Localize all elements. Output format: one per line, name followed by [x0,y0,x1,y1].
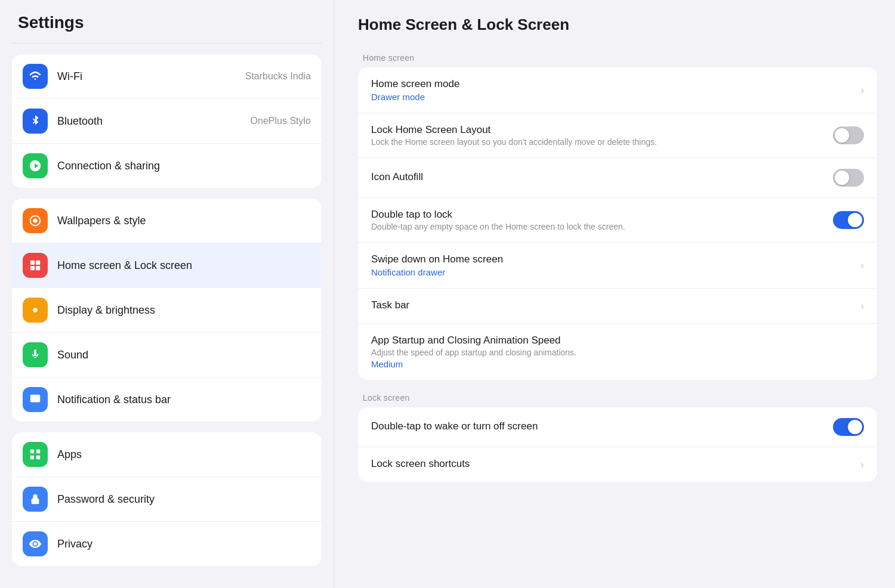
svg-rect-1 [30,261,35,265]
lock-shortcuts-chevron: › [860,459,864,471]
sidebar-item-homescreen[interactable]: Home screen & Lock screen [12,243,322,288]
lock-home-screen-item[interactable]: Lock Home Screen Layout Lock the Home sc… [358,113,877,158]
double-tap-lock-item[interactable]: Double tap to lock Double-tap any empty … [358,198,877,243]
display-label: Display & brightness [57,304,311,317]
apps-group: Apps Password & security Privacy [12,432,322,566]
privacy-label: Privacy [57,538,311,550]
home-screen-mode-chevron: › [860,84,864,97]
app-animation-link: Medium [371,359,864,369]
svg-rect-10 [36,456,40,459]
settings-title: Settings [12,0,322,44]
home-screen-section-label: Home screen [363,53,877,63]
sidebar-item-password[interactable]: Password & security [12,477,322,522]
double-tap-wake-item[interactable]: Double-tap to wake or turn off screen [358,407,877,447]
wallpaper-label: Wallpapers & style [57,215,311,227]
apps-label: Apps [57,448,311,461]
lock-screen-group: Double-tap to wake or turn off screen Lo… [358,407,877,482]
sidebar-item-apps[interactable]: Apps [12,432,322,477]
double-tap-wake-title: Double-tap to wake or turn off screen [371,420,825,432]
right-panel: Home Screen & Lock Screen Home screen Ho… [334,0,895,588]
svg-point-12 [35,500,36,502]
app-animation-item[interactable]: App Startup and Closing Animation Speed … [358,324,877,380]
icon-autofill-title: Icon Autofill [371,171,825,183]
swipe-down-link: Notification drawer [371,267,853,277]
display-group: Wallpapers & style Home screen & Lock sc… [12,199,322,422]
bluetooth-label: Bluetooth [57,115,251,128]
svg-rect-7 [30,450,34,453]
left-panel: Settings Wi-Fi Starbucks India Bluetooth… [0,0,334,588]
display-icon [23,298,48,323]
task-bar-chevron: › [860,300,864,312]
wifi-icon [23,64,48,89]
lock-home-screen-subtitle: Lock the Home screen layout so you don't… [371,137,825,147]
lock-home-screen-title: Lock Home Screen Layout [371,124,825,136]
sidebar-item-notification[interactable]: Notification & status bar [12,377,322,422]
double-tap-wake-content: Double-tap to wake or turn off screen [371,420,825,434]
svg-rect-2 [36,261,40,265]
password-icon [23,487,48,512]
swipe-down-title: Swipe down on Home screen [371,253,853,265]
icon-autofill-item[interactable]: Icon Autofill [358,158,877,198]
sidebar-item-bluetooth[interactable]: Bluetooth OnePlus Stylo [12,99,322,144]
sound-label: Sound [57,349,311,361]
connection-icon [23,153,48,178]
lock-screen-section-label: Lock screen [363,393,877,403]
sound-icon [23,342,48,367]
home-screen-mode-item[interactable]: Home screen mode Drawer mode › [358,67,877,113]
swipe-down-content: Swipe down on Home screen Notification d… [371,253,853,277]
sidebar-item-wallpaper[interactable]: Wallpapers & style [12,199,322,243]
svg-rect-4 [36,266,40,270]
svg-rect-9 [30,456,34,459]
task-bar-item[interactable]: Task bar › [358,289,877,324]
notification-label: Notification & status bar [57,394,311,406]
sidebar-item-privacy[interactable]: Privacy [12,522,322,566]
right-panel-title: Home Screen & Lock Screen [358,0,877,47]
wifi-value: Starbucks India [245,71,311,82]
app-animation-title: App Startup and Closing Animation Speed [371,335,864,346]
svg-point-5 [33,308,37,312]
app-animation-content: App Startup and Closing Animation Speed … [371,335,864,369]
double-tap-lock-title: Double tap to lock [371,209,825,221]
connectivity-group: Wi-Fi Starbucks India Bluetooth OnePlus … [12,54,322,188]
sidebar-item-wifi[interactable]: Wi-Fi Starbucks India [12,54,322,99]
svg-rect-6 [30,395,41,403]
home-screen-mode-content: Home screen mode Drawer mode [371,78,853,102]
notification-icon [23,387,48,412]
double-tap-wake-knob [848,420,862,434]
lock-home-screen-content: Lock Home Screen Layout Lock the Home sc… [371,124,825,147]
home-screen-mode-link: Drawer mode [371,92,853,102]
sidebar-item-connection[interactable]: Connection & sharing [12,144,322,188]
bluetooth-icon [23,109,48,134]
task-bar-content: Task bar [371,299,853,312]
double-tap-lock-content: Double tap to lock Double-tap any empty … [371,209,825,231]
app-animation-subtitle: Adjust the speed of app startup and clos… [371,348,864,357]
double-tap-wake-toggle[interactable] [833,418,864,436]
privacy-icon [23,531,48,556]
double-tap-lock-knob [848,213,862,227]
sidebar-item-display[interactable]: Display & brightness [12,288,322,333]
home-screen-group: Home screen mode Drawer mode › Lock Home… [358,67,877,380]
apps-icon [23,442,48,467]
icon-autofill-knob [835,171,849,185]
double-tap-lock-subtitle: Double-tap any empty space on the Home s… [371,222,825,231]
task-bar-title: Task bar [371,299,853,311]
swipe-down-item[interactable]: Swipe down on Home screen Notification d… [358,243,877,289]
home-screen-mode-title: Home screen mode [371,78,853,90]
lock-shortcuts-item[interactable]: Lock screen shortcuts › [358,447,877,482]
svg-rect-8 [36,450,40,453]
lock-home-screen-toggle[interactable] [833,126,864,144]
icon-autofill-content: Icon Autofill [371,171,825,184]
double-tap-lock-toggle[interactable] [833,211,864,229]
bluetooth-value: OnePlus Stylo [251,116,311,126]
lock-home-screen-knob [835,128,849,143]
swipe-down-chevron: › [860,259,864,272]
wallpaper-icon [23,208,48,233]
svg-rect-3 [30,266,35,270]
wifi-label: Wi-Fi [57,70,245,83]
lock-shortcuts-content: Lock screen shortcuts [371,458,853,471]
lock-shortcuts-title: Lock screen shortcuts [371,458,853,470]
password-label: Password & security [57,493,311,506]
icon-autofill-toggle[interactable] [833,169,864,187]
homescreen-label: Home screen & Lock screen [57,259,311,272]
sidebar-item-sound[interactable]: Sound [12,333,322,377]
